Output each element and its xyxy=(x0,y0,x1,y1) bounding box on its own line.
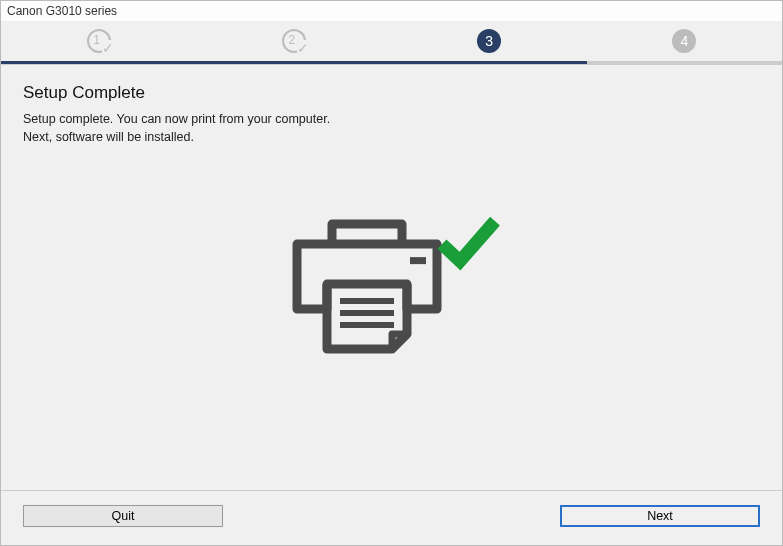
check-icon: ✓ xyxy=(102,40,114,56)
progress-stepper: 1 ✓ 2 ✓ 3 4 xyxy=(1,21,782,65)
step-4: 4 xyxy=(587,21,782,64)
step-2: 2 ✓ xyxy=(196,21,391,64)
printer-success-graphic xyxy=(282,209,502,373)
main-content: Setup Complete Setup complete. You can n… xyxy=(1,65,782,490)
checkmark-icon xyxy=(442,221,495,261)
step-1-done-icon: 1 ✓ xyxy=(87,29,111,53)
page-title: Setup Complete xyxy=(23,83,760,103)
window-title: Canon G3010 series xyxy=(1,1,782,21)
printer-icon xyxy=(282,209,502,369)
check-icon: ✓ xyxy=(297,40,309,56)
step-2-done-icon: 2 ✓ xyxy=(282,29,306,53)
installer-window: Canon G3010 series 1 ✓ 2 ✓ 3 4 Setup Com… xyxy=(0,0,783,546)
step-1: 1 ✓ xyxy=(1,21,196,64)
svg-rect-0 xyxy=(410,257,426,264)
step-4-future-icon: 4 xyxy=(672,29,696,53)
step-3-active-icon: 3 xyxy=(477,29,501,53)
footer: Quit Next xyxy=(1,490,782,545)
step-3: 3 xyxy=(392,21,587,64)
next-button[interactable]: Next xyxy=(560,505,760,527)
quit-button[interactable]: Quit xyxy=(23,505,223,527)
page-description: Setup complete. You can now print from y… xyxy=(23,111,760,146)
